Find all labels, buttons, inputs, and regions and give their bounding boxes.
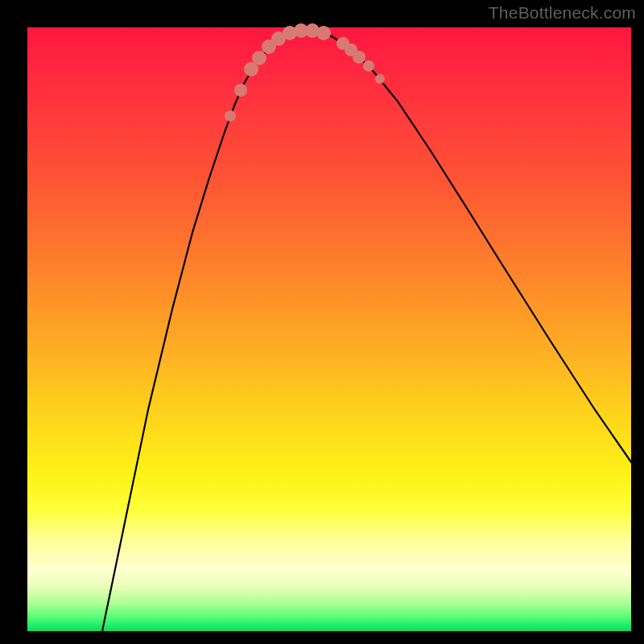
curve-marker [316, 26, 331, 40]
curve-marker [375, 74, 385, 84]
chart-frame: TheBottleneck.com [0, 0, 644, 644]
curve-markers [225, 23, 385, 122]
bottleneck-curve [102, 31, 631, 631]
curve-marker [234, 84, 247, 97]
plot-area [27, 27, 631, 631]
curve-marker [363, 60, 374, 72]
watermark-text: TheBottleneck.com [489, 3, 636, 23]
curve-svg [27, 27, 631, 631]
curve-marker [353, 51, 365, 64]
curve-marker [225, 110, 236, 122]
curve-marker [252, 51, 266, 65]
